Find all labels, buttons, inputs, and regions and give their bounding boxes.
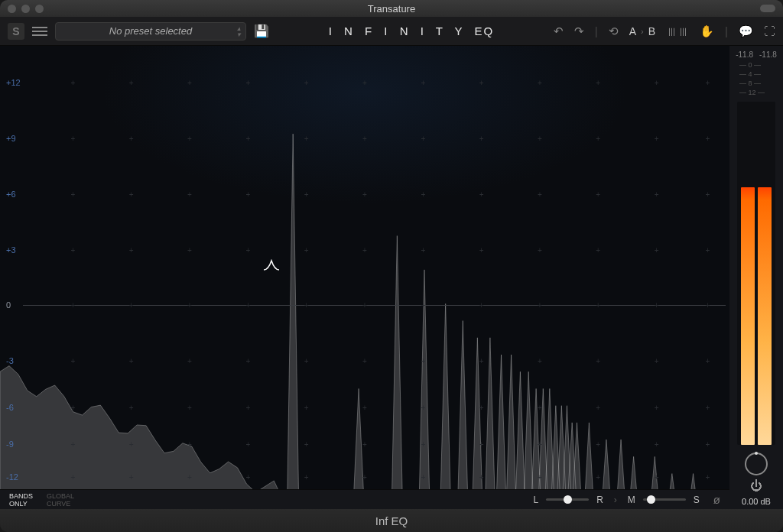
undo-icon[interactable]: ↶ [554,24,564,38]
eq-graph[interactable]: +12+9+6+30-3-6-9-1220501002005001k2k5k10… [0,46,729,509]
ms-balance-slider[interactable] [643,498,686,501]
titlebar: Transature [0,0,783,17]
phase-invert-icon[interactable]: ø [713,493,720,506]
preset-selector[interactable]: No preset selected ▴▾ [55,22,246,41]
channel-S-label[interactable]: S [694,495,700,505]
chevron-updown-icon: ▴▾ [237,25,241,37]
meter-top-scale: — 0 —— 4 —— 8 —— 12 — [739,60,773,97]
meter-bar-left [741,187,755,445]
spectrum-mode-icon[interactable]: ⫼⫼ [666,24,689,37]
chat-icon[interactable]: 💬 [739,24,753,38]
output-gain-knob[interactable] [745,453,768,475]
peak-left-value: -11.8 [736,50,753,59]
level-meters: 20283644526068 [737,102,775,445]
redo-icon[interactable]: ↷ [574,24,584,38]
bands-only-button[interactable]: BANDSONLY [9,492,33,508]
fullscreen-icon[interactable]: ⛶ [764,24,775,37]
footer-controls: BANDSONLY GLOBALCURVE L R › M S ø [0,489,729,509]
toolbar: S No preset selected ▴▾ 💾 I N F I N I T … [0,17,783,46]
menu-icon[interactable] [32,24,47,39]
channel-R-label[interactable]: R [596,495,603,505]
traffic-lights[interactable] [8,5,44,13]
preset-label: No preset selected [109,25,192,37]
vendor-logo-icon[interactable]: S [8,23,24,40]
power-icon[interactable]: ⏻ [749,478,764,494]
chevron-right-icon: › [641,27,644,36]
chevron-right-icon: › [614,495,617,505]
host-track-label: Inf EQ [0,509,783,532]
output-gain-value: 0.00 dB [742,497,771,506]
save-icon[interactable]: 💾 [254,24,269,38]
channel-M-label[interactable]: M [628,495,635,505]
touch-mode-icon[interactable]: ✋ [700,24,714,38]
plugin-brand: I N F I N I T Y EQ [277,24,546,37]
global-curve-button[interactable]: GLOBALCURVE [47,492,74,508]
window-pill[interactable] [760,5,775,12]
channel-L-label[interactable]: L [533,495,538,505]
plugin-window: Transature S No preset selected ▴▾ 💾 I N… [0,0,783,532]
lr-balance-slider[interactable] [546,498,589,501]
output-meter-panel: -11.8 -11.8 — 0 —— 4 —— 8 —— 12 — 202836… [729,46,783,509]
link-icon[interactable]: ⟲ [609,24,619,38]
window-title: Transature [368,3,415,15]
compare-b-button[interactable]: B [648,25,655,37]
peak-right-value: -11.8 [759,50,777,59]
main-area: +12+9+6+30-3-6-9-1220501002005001k2k5k10… [0,46,783,509]
compare-a-button[interactable]: A [629,25,636,37]
